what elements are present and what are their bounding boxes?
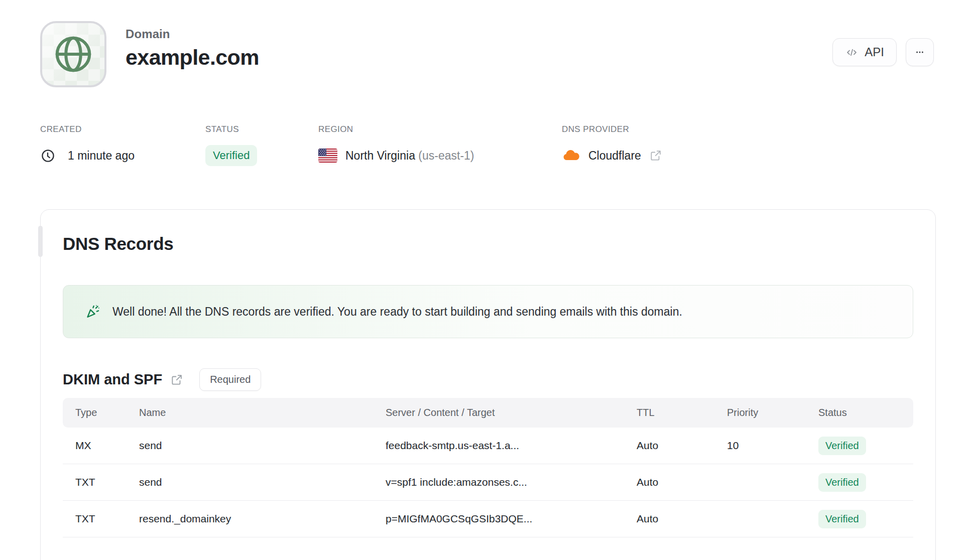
external-link-icon[interactable] bbox=[649, 149, 662, 162]
header-actions: API bbox=[832, 21, 934, 66]
record-content: p=MIGfMA0GCSqGSIb3DQE... bbox=[386, 513, 637, 525]
record-content: feedback-smtp.us-east-1.a... bbox=[386, 440, 637, 452]
created-value: 1 minute ago bbox=[68, 149, 135, 163]
record-priority: 10 bbox=[727, 440, 818, 452]
ellipsis-icon bbox=[913, 46, 926, 59]
record-status-badge: Verified bbox=[818, 473, 866, 492]
meta-created: CREATED 1 minute ago bbox=[40, 124, 205, 167]
api-button-label: API bbox=[865, 45, 884, 59]
page-eyebrow: Domain bbox=[126, 27, 259, 41]
meta-status: STATUS Verified bbox=[205, 124, 318, 167]
more-options-button[interactable] bbox=[906, 38, 934, 66]
status-label: STATUS bbox=[205, 124, 318, 134]
cloudflare-icon bbox=[562, 149, 580, 163]
column-content: Server / Content / Target bbox=[386, 407, 637, 418]
record-type: TXT bbox=[63, 476, 139, 488]
domain-detail-page: Domain example.com API bbox=[0, 0, 976, 560]
party-popper-icon bbox=[84, 303, 101, 320]
record-status-badge: Verified bbox=[818, 510, 866, 528]
record-type: TXT bbox=[63, 513, 139, 525]
record-status-badge: Verified bbox=[818, 437, 866, 455]
banner-text: Well done! All the DNS records are verif… bbox=[112, 305, 682, 319]
dns-provider-value: Cloudflare bbox=[588, 149, 641, 163]
column-type: Type bbox=[63, 407, 139, 418]
table-row[interactable]: MX send feedback-smtp.us-east-1.a... Aut… bbox=[63, 428, 913, 464]
record-ttl: Auto bbox=[637, 513, 727, 525]
title-block: Domain example.com bbox=[126, 21, 259, 87]
region-code: (us-east-1) bbox=[418, 149, 474, 162]
clock-icon bbox=[40, 148, 56, 164]
domain-meta: CREATED 1 minute ago STATUS Verified REG… bbox=[0, 124, 976, 167]
api-button[interactable]: API bbox=[832, 38, 897, 66]
record-name: send bbox=[139, 476, 386, 488]
region-value: North Virginia (us-east-1) bbox=[345, 149, 474, 163]
created-label: CREATED bbox=[40, 124, 205, 134]
record-name: resend._domainkey bbox=[139, 513, 386, 525]
record-ttl: Auto bbox=[637, 440, 727, 452]
page-header: Domain example.com API bbox=[0, 0, 976, 87]
table-row[interactable]: TXT send v=spf1 include:amazonses.c... A… bbox=[63, 464, 913, 501]
domain-identity: Domain example.com bbox=[40, 21, 259, 87]
status-badge: Verified bbox=[205, 145, 257, 166]
required-badge: Required bbox=[199, 368, 261, 391]
page-title: example.com bbox=[126, 45, 259, 70]
external-link-icon[interactable] bbox=[170, 373, 183, 386]
column-status: Status bbox=[818, 407, 913, 418]
dns-records-table: Type Name Server / Content / Target TTL … bbox=[63, 398, 913, 537]
globe-icon bbox=[52, 33, 95, 76]
record-ttl: Auto bbox=[637, 476, 727, 488]
dns-records-card: DNS Records Well done! All the DNS recor… bbox=[40, 209, 936, 560]
column-ttl: TTL bbox=[637, 407, 727, 418]
meta-dns-provider: DNS PROVIDER Cloudflare bbox=[562, 124, 936, 167]
code-icon bbox=[845, 46, 859, 59]
domain-avatar bbox=[40, 21, 106, 87]
verification-success-banner: Well done! All the DNS records are verif… bbox=[63, 285, 913, 338]
dkim-spf-section-header: DKIM and SPF Required bbox=[63, 368, 913, 391]
table-row[interactable]: TXT resend._domainkey p=MIGfMA0GCSqGSIb3… bbox=[63, 501, 913, 537]
region-label: REGION bbox=[318, 124, 562, 134]
table-header-row: Type Name Server / Content / Target TTL … bbox=[63, 398, 913, 428]
card-section-pill bbox=[38, 226, 43, 257]
column-priority: Priority bbox=[727, 407, 818, 418]
dns-records-title: DNS Records bbox=[63, 234, 913, 254]
meta-region: REGION bbox=[318, 124, 562, 167]
dkim-spf-title: DKIM and SPF bbox=[63, 371, 162, 388]
dns-provider-label: DNS PROVIDER bbox=[562, 124, 936, 134]
column-name: Name bbox=[139, 407, 386, 418]
record-name: send bbox=[139, 440, 386, 452]
record-type: MX bbox=[63, 440, 139, 452]
us-flag-icon bbox=[318, 149, 337, 163]
record-content: v=spf1 include:amazonses.c... bbox=[386, 476, 637, 488]
